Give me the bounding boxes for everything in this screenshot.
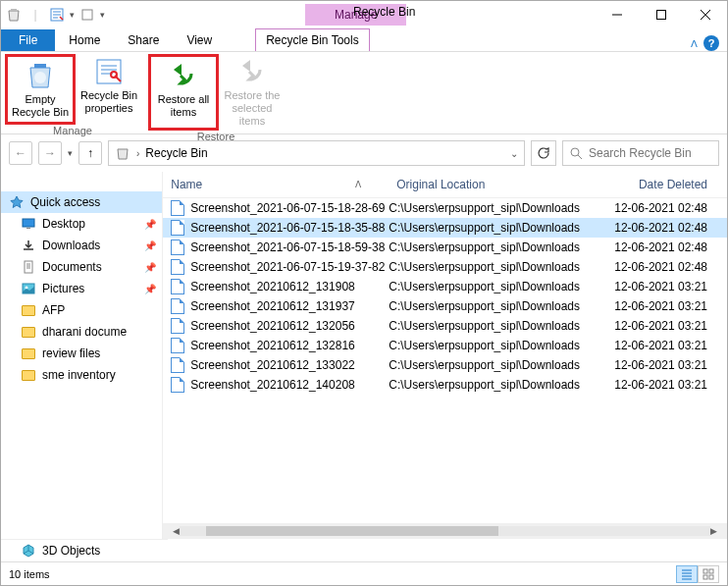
cell-location: C:\Users\erpsupport_sipl\Downloads [389, 280, 614, 293]
recycle-bin-properties-label: Recycle Bin properties [78, 89, 140, 115]
tab-recycle-bin-tools[interactable]: Recycle Bin Tools [255, 28, 370, 51]
sidebar-item-desktop[interactable]: Desktop 📌 [1, 213, 162, 235]
address-row: ← → ▾ ↑ › Recycle Bin ⌄ Search Recycle B… [1, 134, 727, 172]
cell-name: Screenshot_20210612_132816 [163, 338, 389, 353]
dharani-label: dharani docume [42, 325, 127, 339]
scrollbar-thumb[interactable] [206, 526, 497, 536]
properties-qat-icon[interactable] [48, 6, 66, 24]
rows-container[interactable]: Screenshot_2021-06-07-15-18-28-69C:\User… [163, 198, 727, 523]
file-list: Name ᐱ Original Location Date Deleted Sc… [163, 172, 727, 539]
cell-location: C:\Users\erpsupport_sipl\Downloads [389, 260, 614, 274]
cell-location: C:\Users\erpsupport_sipl\Downloads [389, 339, 614, 352]
tab-home[interactable]: Home [55, 29, 114, 51]
title-bar: | ▾ ▾ Manage Recycle Bin [1, 1, 727, 28]
3d-objects-label: 3D Objects [42, 544, 100, 558]
file-icon [171, 279, 184, 294]
sidebar-item-3d-objects[interactable]: 3D Objects [1, 539, 168, 561]
navigation-pane[interactable]: Quick access Desktop 📌 Downloads 📌 Docum… [1, 172, 163, 539]
column-header-location[interactable]: Original Location [389, 172, 614, 197]
empty-recycle-bin-button[interactable]: Empty Recycle Bin [9, 58, 72, 121]
ribbon: Empty Recycle Bin Recycle Bin properties… [1, 52, 727, 134]
restore-all-items-button[interactable]: Restore all items [152, 58, 215, 121]
nav-up-button[interactable]: ↑ [78, 141, 102, 165]
sidebar-item-pictures[interactable]: Pictures 📌 [1, 278, 162, 299]
search-icon [569, 146, 583, 160]
ribbon-tabs: File Home Share View Recycle Bin Tools ᐱ… [1, 28, 727, 52]
address-bar[interactable]: › Recycle Bin ⌄ [108, 140, 525, 166]
scroll-right-icon[interactable]: ▶ [710, 526, 717, 536]
column-header-name[interactable]: Name ᐱ [163, 172, 389, 197]
view-thumbnails-button[interactable] [698, 565, 719, 583]
ribbon-group-restore: Restore all items Restore the selected i… [144, 52, 287, 133]
sidebar-item-afp[interactable]: AFP [1, 299, 162, 321]
sidebar-item-quick-access[interactable]: Quick access [1, 191, 162, 213]
cell-name: Screenshot_20210612_133022 [163, 357, 389, 373]
table-row[interactable]: Screenshot_20210612_132056C:\Users\erpsu… [163, 316, 727, 336]
table-row[interactable]: Screenshot_20210612_132816C:\Users\erpsu… [163, 336, 727, 355]
address-dropdown-chevron-icon[interactable]: ⌄ [510, 148, 518, 159]
scroll-left-icon[interactable]: ◀ [173, 526, 180, 536]
sidebar-item-documents[interactable]: Documents 📌 [1, 256, 162, 278]
window-title: Recycle Bin [353, 5, 415, 19]
table-row[interactable]: Screenshot_20210612_140208C:\Users\erpsu… [163, 375, 727, 395]
table-row[interactable]: Screenshot_20210612_131937C:\Users\erpsu… [163, 296, 727, 316]
qat-customize-icon[interactable] [78, 6, 96, 24]
pin-icon: 📌 [144, 284, 156, 294]
sme-label: sme inventory [42, 368, 116, 382]
documents-label: Documents [42, 260, 102, 274]
collapse-ribbon-icon[interactable]: ᐱ [691, 38, 698, 49]
svg-rect-2 [656, 11, 665, 20]
pin-icon: 📌 [144, 240, 156, 251]
column-header-date[interactable]: Date Deleted [614, 172, 727, 197]
tab-view[interactable]: View [173, 29, 226, 51]
file-icon [171, 240, 184, 255]
maximize-button[interactable] [639, 1, 683, 28]
svg-rect-8 [26, 228, 30, 229]
pin-icon: 📌 [144, 262, 156, 273]
file-icon [171, 200, 184, 216]
downloads-label: Downloads [42, 239, 100, 252]
folder-icon [21, 302, 36, 318]
sidebar-item-dharani[interactable]: dharani docume [1, 321, 162, 343]
cell-name: Screenshot_2021-06-07-15-18-59-38 [163, 240, 389, 255]
svg-rect-1 [82, 10, 92, 20]
view-details-button[interactable] [676, 565, 698, 583]
cell-date: 12-06-2021 03:21 [614, 280, 727, 293]
qat-dropdown-icon[interactable]: ▾ [100, 10, 105, 20]
sidebar-item-sme-inventory[interactable]: sme inventory [1, 364, 162, 386]
help-icon[interactable]: ? [703, 35, 719, 51]
file-icon [171, 220, 184, 236]
recycle-bin-icon [5, 6, 23, 24]
nav-forward-button: → [38, 141, 62, 165]
horizontal-scrollbar[interactable]: ◀ ▶ [163, 523, 727, 539]
table-row[interactable]: Screenshot_2021-06-07-15-18-35-88C:\User… [163, 218, 727, 238]
minimize-button[interactable] [595, 1, 639, 28]
nav-history-chevron-icon[interactable]: ▾ [68, 148, 73, 158]
sidebar-item-downloads[interactable]: Downloads 📌 [1, 235, 162, 256]
tab-file[interactable]: File [1, 29, 55, 51]
close-button[interactable] [683, 1, 727, 28]
table-row[interactable]: Screenshot_2021-06-07-15-19-37-82C:\User… [163, 257, 727, 277]
svg-rect-12 [703, 569, 707, 573]
sidebar-item-review-files[interactable]: review files [1, 343, 162, 364]
qat-chevron-icon[interactable]: ▾ [70, 10, 75, 20]
objects-3d-icon [21, 543, 36, 559]
tab-share[interactable]: Share [114, 29, 173, 51]
search-box[interactable]: Search Recycle Bin [562, 140, 719, 166]
file-icon [171, 259, 184, 275]
recycle-bin-properties-button[interactable]: Recycle Bin properties [78, 54, 140, 125]
folder-icon [21, 367, 36, 383]
address-location[interactable]: Recycle Bin [145, 146, 504, 160]
cell-location: C:\Users\erpsupport_sipl\Downloads [389, 358, 614, 372]
restore-all-items-label: Restore all items [152, 93, 215, 119]
svg-rect-7 [23, 219, 34, 227]
nav-back-button[interactable]: ← [9, 141, 32, 165]
svg-rect-14 [703, 575, 707, 579]
table-row[interactable]: Screenshot_20210612_131908C:\Users\erpsu… [163, 277, 727, 296]
table-row[interactable]: Screenshot_2021-06-07-15-18-59-38C:\User… [163, 238, 727, 257]
refresh-button[interactable] [531, 140, 556, 166]
address-root-chevron-icon[interactable]: › [136, 148, 139, 159]
table-row[interactable]: Screenshot_20210612_133022C:\Users\erpsu… [163, 355, 727, 375]
table-row[interactable]: Screenshot_2021-06-07-15-18-28-69C:\User… [163, 198, 727, 218]
cell-location: C:\Users\erpsupport_sipl\Downloads [389, 319, 614, 333]
